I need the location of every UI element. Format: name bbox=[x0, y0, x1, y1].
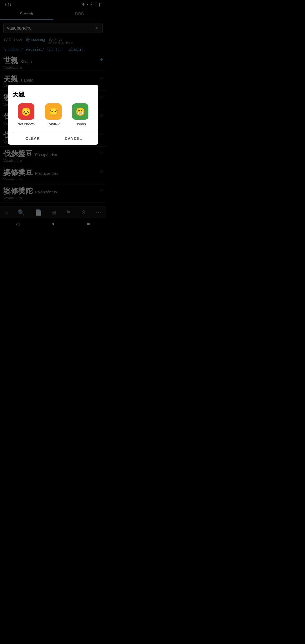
review-label: Review bbox=[47, 122, 60, 126]
known-icon: 😁 bbox=[72, 103, 88, 120]
dialog-options: 😣 Not known 😏 Review 😁 Known bbox=[12, 103, 94, 126]
option-known[interactable]: 😁 Known bbox=[72, 103, 88, 126]
not-known-label: Not known bbox=[18, 122, 35, 126]
dialog-title: 天親 bbox=[12, 90, 94, 99]
clear-button[interactable]: CLEAR bbox=[12, 132, 53, 145]
dialog-actions: CLEAR CANCEL bbox=[12, 132, 94, 145]
knowledge-dialog: 天親 😣 Not known 😏 Review 😁 Known CLEAR CA… bbox=[8, 85, 98, 145]
not-known-icon: 😣 bbox=[18, 103, 34, 120]
review-icon: 😏 bbox=[45, 103, 62, 120]
option-not-known[interactable]: 😣 Not known bbox=[18, 103, 35, 126]
dialog-overlay: 天親 😣 Not known 😏 Review 😁 Known CLEAR CA… bbox=[0, 0, 106, 229]
known-label: Known bbox=[75, 122, 86, 126]
option-review[interactable]: 😏 Review bbox=[45, 103, 62, 126]
cancel-button[interactable]: CANCEL bbox=[53, 132, 94, 145]
